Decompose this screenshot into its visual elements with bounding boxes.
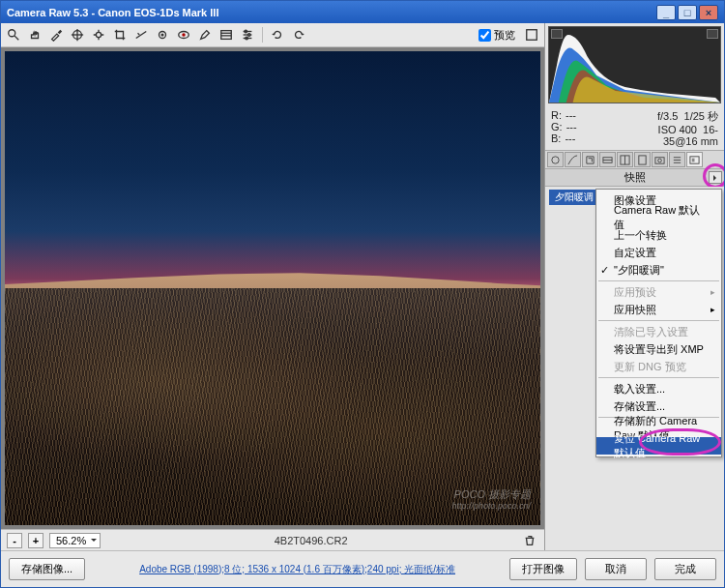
fullscreen-icon[interactable] — [523, 26, 540, 44]
zoom-tool-icon[interactable] — [5, 26, 22, 44]
snapshot-item-selected[interactable]: 夕阳暖调 — [549, 190, 599, 205]
menu-cr-defaults[interactable]: Camera Raw 默认值 — [596, 209, 721, 226]
menu-current-snapshot[interactable]: ✓"夕阳暖调" — [596, 261, 721, 279]
panel-title: 快照 — [624, 170, 646, 185]
watermark: POCO 摄影专题 http://photo.poco.cn/ — [451, 486, 531, 512]
menu-apply-preset[interactable]: 应用预设▸ — [596, 283, 721, 301]
menu-update-dng: 更新 DNG 预览 — [596, 358, 721, 375]
menu-export-xmp[interactable]: 将设置导出到 XMP — [596, 340, 721, 358]
grad-filter-icon[interactable] — [218, 26, 235, 44]
adjust-tabs — [545, 150, 724, 169]
left-pane: 预览 POCO 摄影专题 http://photo.poco.cn/ - + 5… — [1, 23, 545, 550]
spot-heal-icon[interactable] — [154, 26, 171, 44]
zoom-in-button[interactable]: + — [28, 533, 44, 548]
save-image-button[interactable]: 存储图像... — [9, 558, 85, 580]
zoom-select[interactable]: 56.2% — [49, 533, 101, 548]
tab-hsl[interactable] — [599, 152, 616, 167]
menu-custom[interactable]: 自定设置 — [596, 244, 721, 261]
svg-line-7 — [138, 33, 140, 35]
cancel-button[interactable]: 取消 — [585, 558, 647, 580]
tab-lens[interactable] — [634, 152, 651, 167]
tab-detail[interactable] — [582, 152, 598, 167]
svg-line-6 — [136, 32, 147, 39]
sampler-icon[interactable] — [69, 26, 86, 44]
photo-preview: POCO 摄影专题 http://photo.poco.cn/ — [5, 51, 540, 525]
minimize-button[interactable]: _ — [656, 5, 676, 20]
open-image-button[interactable]: 打开图像 — [509, 558, 577, 580]
titlebar: Camera Raw 5.3 - Canon EOS-1Ds Mark III … — [1, 1, 724, 23]
tab-curve[interactable] — [565, 152, 581, 167]
snapshot-list[interactable]: 夕阳暖调 图像设置 Camera Raw 默认值 上一个转换 自定设置 ✓"夕阳… — [545, 187, 724, 550]
svg-point-5 — [96, 32, 101, 37]
tab-split[interactable] — [617, 152, 633, 167]
preview-checkbox[interactable]: 预览 — [478, 28, 515, 43]
svg-line-1 — [14, 36, 18, 40]
adjust-brush-icon[interactable] — [196, 26, 214, 44]
svg-point-9 — [161, 34, 163, 36]
svg-point-22 — [552, 156, 559, 162]
svg-point-11 — [182, 33, 186, 37]
eyedropper-icon[interactable] — [47, 26, 65, 44]
tab-basic[interactable] — [547, 152, 564, 167]
panel-header: 快照 — [545, 169, 724, 187]
tab-snapshots[interactable] — [686, 152, 703, 167]
menu-save-settings[interactable]: 存储设置... — [596, 397, 721, 415]
svg-point-29 — [658, 159, 662, 162]
menu-clear-import: 清除已导入设置 — [596, 323, 721, 340]
svg-rect-34 — [692, 158, 695, 162]
histogram[interactable] — [548, 26, 721, 103]
menu-prev-conv[interactable]: 上一个转换 — [596, 226, 721, 244]
close-button[interactable]: × — [699, 5, 718, 20]
hand-tool-icon[interactable] — [26, 26, 44, 44]
shadow-clip-icon[interactable] — [551, 29, 563, 39]
rotate-cw-icon[interactable] — [290, 26, 307, 44]
bottom-bar: 存储图像... Adobe RGB (1998);8 位; 1536 x 102… — [1, 550, 724, 587]
maximize-button[interactable]: □ — [678, 5, 697, 20]
menu-apply-snapshot[interactable]: 应用快照▸ — [596, 301, 721, 318]
preview-label: 预览 — [494, 28, 515, 43]
rotate-ccw-icon[interactable] — [269, 26, 286, 44]
zoom-bar: - + 56.2% 4B2T0496.CR2 — [1, 529, 544, 550]
toolbar: 预览 — [1, 23, 544, 47]
right-panel: R:--- G:--- B:--- f/3.5 1/25 秒 ISO 400 1… — [545, 23, 724, 550]
prefs-icon[interactable] — [239, 26, 256, 44]
zoom-out-button[interactable]: - — [7, 533, 22, 548]
redeye-icon[interactable] — [175, 26, 192, 44]
crop-tool-icon[interactable] — [111, 26, 129, 44]
menu-load-settings[interactable]: 载入设置... — [596, 380, 721, 397]
tab-camera[interactable] — [652, 152, 668, 167]
preview-check-input[interactable] — [478, 29, 491, 42]
svg-point-0 — [9, 30, 15, 37]
target-adjust-icon[interactable] — [90, 26, 107, 44]
flyout-menu: 图像设置 Camera Raw 默认值 上一个转换 自定设置 ✓"夕阳暖调" 应… — [595, 189, 722, 457]
svg-rect-12 — [221, 31, 232, 40]
image-canvas[interactable]: POCO 摄影专题 http://photo.poco.cn/ — [1, 47, 544, 529]
window-title: Camera Raw 5.3 - Canon EOS-1Ds Mark III — [7, 7, 218, 18]
tab-presets[interactable] — [669, 152, 685, 167]
workflow-link[interactable]: Adobe RGB (1998);8 位; 1536 x 1024 (1.6 百… — [93, 563, 502, 576]
svg-rect-21 — [527, 30, 537, 41]
svg-rect-27 — [639, 155, 646, 163]
menu-reset-defaults[interactable]: 复位 Camera Raw 默认值 — [596, 437, 721, 455]
info-readout: R:--- G:--- B:--- f/3.5 1/25 秒 ISO 400 1… — [545, 106, 724, 150]
panel-flyout-button[interactable] — [709, 171, 722, 184]
trash-icon[interactable] — [521, 532, 538, 549]
done-button[interactable]: 完成 — [654, 558, 716, 580]
straighten-icon[interactable] — [132, 26, 150, 44]
filename-label: 4B2T0496.CR2 — [106, 535, 515, 546]
highlight-clip-icon[interactable] — [707, 29, 718, 39]
